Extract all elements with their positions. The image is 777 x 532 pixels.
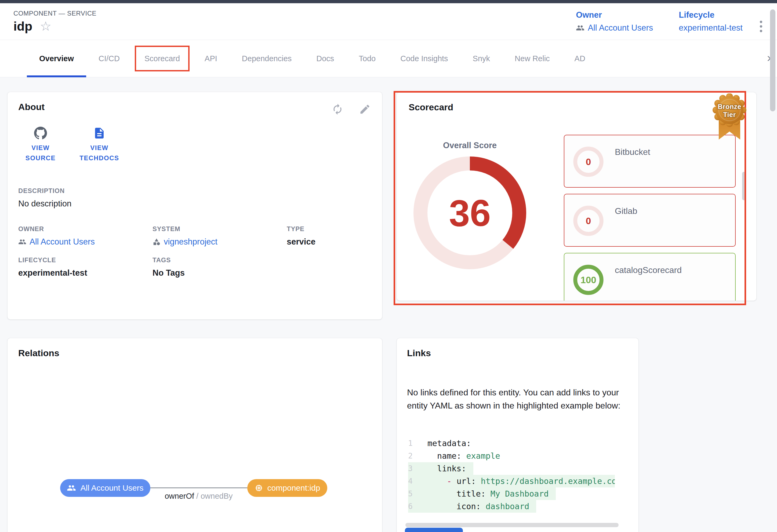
page-title: idp [13,19,32,33]
lifecycle-meta-label: Lifecycle [679,10,743,20]
line-number: 4 [408,475,420,488]
overall-score-value: 36 [449,192,491,234]
line-number: 1 [408,437,420,449]
score-ring: 0 [571,145,605,179]
type-label: TYPE [287,225,371,233]
group-icon [576,24,584,32]
scorecard-card-title: Scorecard [409,102,745,113]
component-node-label: component:idp [267,484,320,493]
about-card-title: About [18,102,371,112]
owner-link[interactable]: All Account Users [18,237,152,247]
tab-dependencies[interactable]: Dependencies [230,40,304,77]
tags-value: No Tags [152,268,287,278]
refresh-icon[interactable] [332,103,343,115]
description-value: No description [18,199,371,209]
svg-text:0: 0 [586,216,591,226]
scorecard-item-list: 0Bitbucket0Gitlab100catalogScorecard [564,135,736,301]
line-number: 3 [408,462,420,475]
tab-docs[interactable]: Docs [304,40,346,77]
main-content: About VIEW SOURCE VIEW TECHDOCS DESCRIPT… [0,77,777,532]
relation-edge-line [150,488,247,488]
tab-label: API [205,54,217,63]
kebab-menu-button[interactable] [755,18,767,35]
tab-snyk[interactable]: Snyk [460,40,502,77]
tab-label: Dependencies [242,54,292,63]
entity-header: COMPONENT — SERVICE idp ☆ Owner All Acco… [0,3,777,40]
badge-text-line2: Tier [723,111,736,118]
bronze-tier-badge: Bronze Tier [711,94,748,142]
svg-text:100: 100 [580,275,596,285]
tab-label: Docs [316,54,334,63]
view-source-link[interactable]: VIEW SOURCE [20,127,61,163]
view-techdocs-link[interactable]: VIEW TECHDOCS [73,127,126,163]
scorecard-item-catalogscorecard[interactable]: 100catalogScorecard [564,253,736,301]
tab-label: Todo [359,54,375,63]
lifecycle-field: LIFECYCLE experimental-test [18,256,152,278]
tab-new-relic[interactable]: New Relic [502,40,562,77]
owner-field: OWNER All Account Users [18,225,152,247]
tab-label: AD [575,54,585,63]
score-ring: 100 [571,263,605,297]
github-icon [34,127,47,140]
code-line: 3 links: [408,462,473,475]
tab-label: Code Insights [400,54,448,63]
scorecard-item-name: Bitbucket [615,147,650,157]
partial-blue-button[interactable] [405,528,463,532]
tags-field: TAGS No Tags [152,256,287,278]
tab-api[interactable]: API [192,40,230,77]
system-label: SYSTEM [152,225,287,233]
links-empty-text: No links defined for this entity. You ca… [407,386,630,412]
type-field: TYPE service [287,225,371,247]
scorecard-card: Scorecard Overall Score 36 0Bitbucket0Gi… [397,92,756,301]
tab-code-insights[interactable]: Code Insights [388,40,460,77]
about-card: About VIEW SOURCE VIEW TECHDOCS DESCRIPT… [7,92,382,319]
score-ring: 0 [571,204,605,238]
description-label: DESCRIPTION [18,187,371,194]
scorecard-item-name: catalogScorecard [615,265,682,275]
owner-node-label: All Account Users [80,484,143,493]
overall-score-label: Overall Score [414,141,526,150]
scorecard-item-gitlab[interactable]: 0Gitlab [564,194,736,247]
relation-node-owner[interactable]: All Account Users [60,479,150,497]
tab-label: Snyk [473,54,490,63]
relation-node-component[interactable]: component:idp [247,479,327,497]
tab-todo[interactable]: Todo [346,40,388,77]
techdocs-icon [93,127,106,140]
tab-overview[interactable]: Overview [27,40,86,77]
tab-ad[interactable]: AD [562,40,598,77]
badge-text-line1: Bronze [718,103,741,110]
page-scrollbar[interactable] [770,9,775,111]
lifecycle-meta: Lifecycle experimental-test [679,10,743,33]
owner-meta-text: All Account Users [588,23,653,33]
scorecard-item-name: Gitlab [615,206,637,216]
line-number: 5 [408,488,420,500]
favorite-star-icon[interactable]: ☆ [40,20,51,33]
code-line: 2 name: example [408,449,507,462]
code-horizontal-scrollbar[interactable] [406,523,619,527]
breadcrumb: COMPONENT — SERVICE [13,10,96,17]
edge-primary: ownerOf [164,492,194,500]
relations-card: Relations ownerOf / ownedBy All Account … [7,338,382,532]
type-value: service [287,237,371,247]
svg-text:0: 0 [586,156,591,167]
edit-icon[interactable] [359,103,371,115]
code-block: 1metadata:2 name: example3 links:4 - url… [408,437,615,513]
owner-value: All Account Users [29,237,95,247]
tab-label: CI/CD [99,54,120,63]
lifecycle-label: LIFECYCLE [18,256,152,264]
tab-scorecard[interactable]: Scorecard [132,40,192,77]
tab-label: Overview [39,54,74,63]
code-line: 5 title: My Dashboard [408,488,556,500]
tags-label: TAGS [152,256,287,264]
top-bar [0,0,777,3]
scorecard-inner-scrollbar[interactable] [742,172,746,200]
links-card-title: Links [407,348,628,358]
tab-ci-cd[interactable]: CI/CD [86,40,132,77]
owner-meta-value[interactable]: All Account Users [576,23,653,33]
lifecycle-meta-text: experimental-test [679,23,743,33]
tab-label: New Relic [515,54,550,63]
scorecard-item-bitbucket[interactable]: 0Bitbucket [564,135,736,187]
system-link[interactable]: vigneshproject [152,237,287,247]
owner-meta-label: Owner [576,10,653,20]
view-techdocs-label: VIEW TECHDOCS [73,143,126,163]
